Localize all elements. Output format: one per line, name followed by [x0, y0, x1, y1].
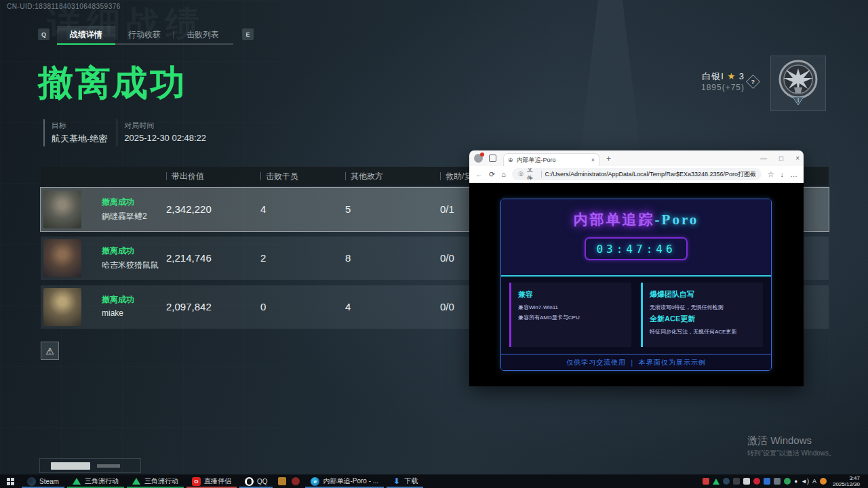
poro-footer: 仅供学习交流使用 ｜ 本界面仅为展示示例: [501, 354, 771, 370]
home-button[interactable]: ⌂: [501, 170, 506, 178]
objective-value: 航天基地-绝密: [52, 133, 107, 145]
report-warning-button[interactable]: ⚠: [41, 342, 59, 360]
tab-close-icon[interactable]: ×: [591, 157, 595, 163]
objective-block: 目标 航天基地-绝密: [45, 119, 117, 146]
file-label: 文件: [527, 168, 538, 180]
keybind-e-badge: E: [242, 28, 254, 40]
browser-titlebar[interactable]: ⊕ 内部单追-Poro × + — □ ×: [469, 150, 804, 166]
tab-underline: [57, 43, 233, 45]
taskbar-item-steam[interactable]: Steam: [20, 474, 66, 488]
features-panel: 爆爆团队自写 无痕读写0特征，无惧任何检测 全新ACE更新 特征同步化写法，无视…: [641, 283, 763, 347]
tray-icon-light[interactable]: [743, 478, 750, 485]
tray-icon-shield-dark[interactable]: [733, 478, 740, 485]
rank-star-count: 3: [739, 71, 745, 81]
tab-action-loot-label: 行动收获: [128, 29, 161, 41]
cell-operator-kills: 0: [260, 301, 266, 312]
taskbar-item-downloads[interactable]: ⬇ 下载: [385, 474, 425, 488]
compatibility-panel: 兼容 兼容Win7-Win11 兼容所有AMD显卡与CPU: [509, 283, 631, 347]
maximize-button[interactable]: □: [779, 155, 783, 162]
qq-icon: [245, 477, 254, 486]
browser-tab-title: 内部单追-Poro: [517, 156, 556, 165]
taskbar-item-delta-force-1[interactable]: 三角洲行动: [66, 474, 125, 488]
poro-header-section: 内部单追踪-Poro 03:47:46: [501, 199, 771, 275]
refresh-button[interactable]: ⟳: [489, 170, 495, 179]
taskbar-item-label: 直播伴侣: [204, 476, 231, 486]
taskbar-item-edge-poro[interactable]: e 内部单追-Poro - ...: [304, 474, 385, 488]
compatibility-line1: 兼容Win7-Win11: [518, 304, 625, 311]
windows-logo-icon: [7, 478, 14, 485]
taskbar-item-label: QQ: [257, 478, 268, 485]
poro-title: 内部单追踪-Poro: [501, 199, 771, 229]
live-companion-icon: O: [192, 477, 201, 486]
clock-date: 2025/12/30: [833, 481, 860, 487]
team-line: 无痕读写0特征，无惧任何检测: [650, 304, 756, 311]
tab-action-loot[interactable]: 行动收获: [115, 26, 174, 43]
minimize-button[interactable]: —: [760, 155, 767, 162]
rank-help-button[interactable]: ?: [746, 75, 760, 89]
col-header-operator-kills: 击败干员: [260, 171, 298, 182]
tab-overview-icon[interactable]: [489, 155, 496, 162]
taskbar-item-delta-force-2[interactable]: 三角洲行动: [125, 474, 185, 488]
taskbar-item-label: Steam: [39, 478, 59, 485]
team-heading: 爆爆团队自写: [650, 289, 756, 300]
row-status: 撤离成功: [102, 245, 134, 257]
edge-browser-window[interactable]: ⊕ 内部单追-Poro × + — □ × ← ⟳ ⌂ ① 文件 C:/User…: [469, 150, 804, 386]
start-button[interactable]: [0, 478, 20, 485]
cell-other-enemies: 8: [345, 252, 351, 264]
edge-icon: e: [311, 477, 319, 486]
tray-icon-steam[interactable]: [723, 478, 730, 485]
eagle-emblem-icon: I: [774, 58, 823, 109]
tray-icon-green[interactable]: [784, 478, 791, 485]
url-field[interactable]: ① 文件 C:/Users/Administrator/AppData/Loca…: [512, 168, 762, 180]
delta-force-icon: [73, 477, 81, 486]
match-time-label: 对局时间: [124, 121, 206, 131]
file-info-icon[interactable]: ①: [518, 171, 524, 178]
tab-kill-list[interactable]: 击败列表: [174, 26, 232, 43]
cutoff-pill: [51, 462, 90, 470]
poro-title-cn: 内部单追踪: [574, 211, 655, 228]
close-button[interactable]: ×: [795, 155, 800, 162]
poro-footer-text: 仅供学习交流使用 ｜ 本界面仅为展示示例: [566, 358, 705, 367]
volume-icon[interactable]: ◄): [801, 478, 809, 485]
tray-icon-red-circle[interactable]: [753, 478, 760, 485]
compatibility-line2: 兼容所有AMD显卡与CPU: [518, 314, 625, 321]
row-status: 撤离成功: [102, 294, 134, 306]
ime-indicator[interactable]: A: [812, 478, 816, 485]
player-avatar: [43, 190, 81, 228]
browser-tab[interactable]: ⊕ 内部单追-Poro ×: [503, 153, 599, 166]
taskbar-clock[interactable]: 3:47 2025/12/30: [830, 475, 864, 487]
tab-battle-details[interactable]: 战绩详情: [57, 26, 115, 43]
tray-icon-blue[interactable]: [764, 478, 770, 485]
player-name: 鋦缝靐拏鳢2: [102, 211, 147, 222]
tray-icon-delta[interactable]: [713, 479, 719, 485]
new-tab-button[interactable]: +: [606, 154, 611, 163]
downloads-icon[interactable]: ↓: [781, 170, 785, 178]
cell-other-enemies: 5: [345, 203, 351, 215]
tray-icon-orange[interactable]: [820, 478, 827, 485]
watermark-line1: 激活 Windows: [747, 434, 835, 447]
taskbar-item-label: 三角洲行动: [144, 476, 178, 486]
cell-rescue-revive: 0/1: [440, 203, 454, 215]
tray-icon-shield-grey[interactable]: [774, 478, 781, 485]
row-status: 撤离成功: [102, 197, 134, 208]
taskbar-item-live-companion[interactable]: O 直播伴侣: [185, 474, 238, 488]
question-icon: ?: [751, 79, 755, 85]
browser-content: 内部单追踪-Poro 03:47:46 兼容 兼容Win7-Win11 兼容所有…: [469, 183, 804, 386]
steam-icon: [27, 477, 36, 486]
url-text: C:/Users/Administrator/AppData/Local/Tem…: [545, 170, 755, 179]
cell-loot-value: 2,342,220: [166, 203, 212, 215]
tray-icon-red[interactable]: [703, 478, 709, 485]
taskbar-item-qq[interactable]: QQ: [238, 474, 275, 488]
taskbar-item-label: 三角洲行动: [85, 476, 119, 486]
mic-icon[interactable]: ♦: [794, 478, 797, 485]
pinned-app-icon[interactable]: [292, 477, 300, 485]
pinned-app-icon[interactable]: [278, 477, 286, 485]
browser-profile-icon[interactable]: [474, 154, 483, 163]
download-arrow-icon: ⬇: [392, 477, 401, 486]
more-menu-icon[interactable]: …: [790, 170, 797, 178]
back-button[interactable]: ←: [475, 170, 483, 178]
poro-timer-box: 03:47:46: [585, 237, 688, 260]
url-divider: [541, 171, 542, 178]
favorite-star-icon[interactable]: ☆: [768, 170, 774, 179]
cutoff-dots: [97, 464, 120, 468]
